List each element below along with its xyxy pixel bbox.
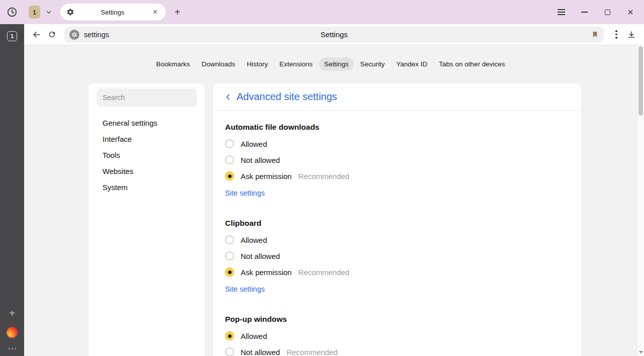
section-automatic-file-downloads: Automatic file downloads Allowed Not all… (225, 123, 569, 198)
radio-button[interactable] (225, 171, 234, 181)
sidebar-item-websites[interactable]: Websites (88, 163, 205, 179)
radio-button[interactable] (225, 347, 234, 356)
sidebar-item-general-settings[interactable]: General settings (88, 115, 205, 131)
gear-icon (66, 8, 74, 16)
scrollbar-down-arrow-icon[interactable] (639, 351, 643, 353)
sidebar-add-icon[interactable]: + (9, 308, 15, 319)
radio-button[interactable] (225, 235, 234, 244)
tab-group-badge[interactable]: 1 (29, 6, 40, 19)
section-title: Pop-up windows (225, 315, 569, 324)
radio-option-not-allowed[interactable]: Not allowed (225, 248, 569, 264)
radio-option-allowed[interactable]: Allowed (225, 328, 569, 344)
browser-toolbar: settings Settings (24, 24, 644, 45)
url-text: settings (84, 31, 109, 39)
page-header[interactable]: Advanced site settings (213, 83, 581, 111)
reload-button[interactable] (44, 27, 59, 42)
recommended-note: Recommended (298, 268, 350, 277)
tab-close-icon[interactable]: × (151, 8, 160, 17)
page-title: Advanced site settings (237, 91, 337, 103)
bookmark-flag-icon[interactable] (591, 30, 599, 39)
settings-top-nav: Bookmarks Downloads History Extensions S… (24, 45, 637, 82)
page-title-centered: Settings (64, 30, 604, 39)
reload-icon (48, 30, 56, 39)
radio-option-not-allowed[interactable]: Not allowed (225, 152, 569, 168)
toolbar-more-button[interactable] (609, 27, 624, 42)
radio-label: Not allowed (241, 156, 280, 164)
nav-settings[interactable]: Settings (319, 57, 354, 71)
settings-search[interactable] (96, 88, 197, 107)
nav-security[interactable]: Security (355, 57, 390, 71)
browser-menu-button[interactable] (556, 7, 567, 18)
address-bar[interactable]: settings Settings (64, 27, 604, 43)
minimize-icon (581, 12, 588, 13)
radio-button[interactable] (225, 268, 234, 277)
browser-tab-settings[interactable]: Settings × (60, 4, 166, 21)
nav-extensions[interactable]: Extensions (274, 57, 317, 71)
advanced-site-settings-card: Advanced site settings Automatic file do… (213, 83, 581, 356)
nav-bookmarks[interactable]: Bookmarks (151, 57, 195, 71)
sidebar-item-system[interactable]: System (88, 179, 205, 195)
section-title: Clipboard (225, 219, 569, 228)
nav-downloads[interactable]: Downloads (196, 57, 240, 71)
window-maximize-button[interactable] (602, 7, 613, 18)
nav-history[interactable]: History (242, 57, 273, 71)
section-pop-up-windows: Pop-up windows Allowed Not allowed Recom… (225, 315, 569, 356)
radio-label: Allowed (241, 236, 267, 244)
radio-label: Not allowed (241, 252, 280, 260)
radio-button[interactable] (225, 139, 234, 148)
tab-group-chevron-icon[interactable] (43, 7, 54, 18)
recommended-note: Recommended (298, 172, 350, 181)
radio-option-ask-permission[interactable]: Ask permission Recommended (225, 264, 569, 280)
sidebar-more-icon[interactable] (9, 346, 16, 351)
window-close-button[interactable]: × (625, 7, 636, 18)
kebab-icon (615, 30, 617, 38)
recommended-note: Recommended (286, 348, 338, 356)
yandex-browser-logo[interactable] (7, 327, 18, 338)
tab-title: Settings (74, 9, 151, 16)
sidebar-rail: 1 + (0, 24, 24, 356)
sidebar-item-interface[interactable]: Interface (88, 131, 205, 147)
site-settings-link[interactable]: Site settings (225, 189, 265, 197)
download-icon (627, 30, 636, 39)
radio-option-allowed[interactable]: Allowed (225, 232, 569, 248)
section-clipboard: Clipboard Allowed Not allowed Ask permis… (225, 219, 569, 294)
radio-option-ask-permission[interactable]: Ask permission Recommended (225, 168, 569, 184)
section-title: Automatic file downloads (225, 123, 569, 132)
tab-bar: 1 Settings × + × (0, 0, 644, 24)
page-scrollbar[interactable] (637, 45, 644, 356)
back-button[interactable] (29, 27, 44, 42)
radio-label: Ask permission (241, 268, 292, 277)
nav-yandex-id[interactable]: Yandex ID (391, 57, 433, 71)
back-arrow-icon (32, 30, 42, 40)
radio-option-allowed[interactable]: Allowed (225, 136, 569, 152)
search-input[interactable] (102, 94, 191, 102)
radio-label: Not allowed (241, 348, 280, 356)
settings-sidebar-panel: General settings Interface Tools Website… (88, 83, 205, 356)
downloads-button[interactable] (624, 27, 639, 42)
maximize-icon (605, 10, 610, 15)
settings-page: Bookmarks Downloads History Extensions S… (24, 45, 644, 356)
chevron-left-icon (224, 93, 232, 101)
hamburger-icon (558, 9, 565, 15)
history-clock-icon[interactable] (7, 7, 18, 18)
scrollbar-thumb[interactable] (638, 46, 643, 116)
radio-label: Allowed (241, 332, 267, 340)
sidebar-item-tools[interactable]: Tools (88, 147, 205, 163)
tab-counter-badge[interactable]: 1 (7, 31, 17, 41)
new-tab-button[interactable]: + (171, 6, 184, 19)
radio-button[interactable] (225, 331, 234, 340)
radio-label: Allowed (241, 140, 267, 148)
radio-option-not-allowed[interactable]: Not allowed Recommended (225, 344, 569, 356)
window-minimize-button[interactable] (579, 7, 590, 18)
radio-label: Ask permission (241, 172, 292, 181)
site-settings-link[interactable]: Site settings (225, 285, 265, 293)
nav-tabs-other-devices[interactable]: Tabs on other devices (434, 57, 510, 71)
radio-button[interactable] (225, 155, 234, 164)
radio-button[interactable] (225, 251, 234, 260)
